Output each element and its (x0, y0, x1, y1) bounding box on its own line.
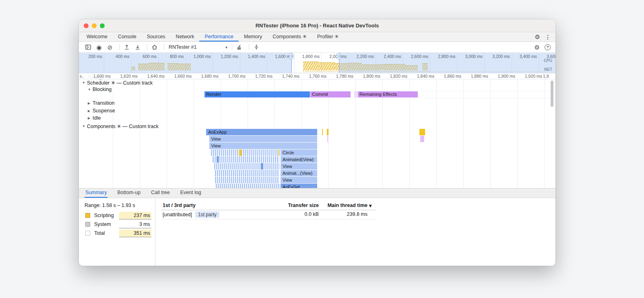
record-icon[interactable]: ◉ (95, 43, 103, 51)
details-tab-event-log[interactable]: Event log (180, 188, 202, 198)
track-label-text: Transition (93, 100, 114, 106)
track-label-suspense[interactable]: ▶Suspense (88, 108, 115, 114)
chevron-expanded-icon[interactable]: ▼ (82, 124, 87, 128)
target-selector-dropdown[interactable]: RNTester #1 ▾ (167, 44, 229, 50)
component-event-mark[interactable] (419, 129, 425, 135)
cpu-track-label: CPU (544, 58, 552, 63)
component-event-mark[interactable] (279, 149, 280, 156)
tab-memory[interactable]: Memory (239, 32, 267, 41)
component-event-mark[interactable] (217, 156, 219, 163)
component-event-mark[interactable] (327, 136, 328, 142)
component-event-animated-view[interactable]: Animated(View) (281, 156, 317, 163)
lane-divider (200, 98, 555, 98)
toolbar-separator (164, 44, 164, 50)
component-event-striped[interactable] (211, 149, 279, 156)
component-event-view[interactable]: View (209, 136, 317, 142)
vertical-scrollbar-thumb[interactable] (551, 81, 553, 107)
component-event-animat-view[interactable]: Animat...(View) (281, 170, 317, 176)
table-header-main-thread-time[interactable]: Main thread time (322, 203, 367, 208)
component-event-mark[interactable] (420, 136, 424, 142)
ruler-tick-label: 1,640 ms (136, 74, 165, 79)
ruler-partial-label: 1,9 (543, 74, 549, 79)
toolbar-separator (147, 44, 147, 50)
tab-welcome[interactable]: Welcome (81, 32, 113, 41)
scheduler-event-remaining-effects[interactable]: Remaining Effects (358, 91, 418, 97)
tab-network[interactable]: Network (171, 32, 200, 41)
scheduler-event-sliver[interactable] (354, 91, 357, 97)
component-event-striped[interactable] (216, 184, 279, 188)
settings-gear-icon[interactable]: ⚙ (535, 34, 540, 40)
ruler-tick-label: 1,900 ms (486, 74, 515, 79)
chevron-collapsed-icon[interactable]: ▶ (88, 109, 93, 113)
selection-handle-grip[interactable] (289, 53, 293, 59)
collect-garbage-icon[interactable] (252, 43, 261, 51)
component-event-mark[interactable] (322, 129, 323, 135)
component-event-view[interactable]: View (281, 163, 317, 170)
component-event-view[interactable]: View (281, 177, 317, 183)
tab-components[interactable]: Components ✳ (267, 32, 312, 41)
tab-profiler[interactable]: Profiler ✳ (312, 32, 344, 41)
component-event-mark[interactable] (239, 149, 242, 156)
track-label-idle[interactable]: ▶Idle (88, 115, 101, 121)
component-event-anexapp[interactable]: AnExApp (206, 129, 317, 135)
broom-clear-icon[interactable] (235, 43, 244, 51)
component-event-mark[interactable] (261, 163, 263, 170)
overview-tick-label: 3,400 ms (506, 54, 537, 59)
component-event-circle[interactable]: Circle (281, 149, 317, 156)
chevron-expanded-icon[interactable]: ▼ (88, 88, 93, 91)
timeline-gridline (140, 79, 140, 188)
party-name: [unattributed] (163, 212, 192, 217)
component-event-striped[interactable] (213, 156, 279, 163)
first-party-badge: 1st party (195, 211, 219, 218)
window-titlebar[interactable]: RNTester (iPhone 16 Pro) - React Native … (79, 19, 555, 32)
table-header-party[interactable]: 1st / 3rd party (163, 203, 196, 208)
table-header-rule (161, 210, 376, 210)
details-tab-summary[interactable]: Summary (85, 188, 107, 198)
load-profile-icon[interactable] (122, 43, 131, 51)
table-header-transfer-size[interactable]: Transfer size (275, 203, 319, 208)
component-event-striped[interactable] (215, 177, 279, 183)
tab-sources[interactable]: Sources (142, 32, 171, 41)
tab-performance[interactable]: Performance (199, 32, 239, 41)
tab-console[interactable]: Console (113, 32, 142, 41)
details-tab-call-tree[interactable]: Call tree (150, 188, 171, 198)
legend-value: 351 ms (119, 230, 151, 237)
chevron-expanded-icon[interactable]: ▼ (82, 81, 87, 85)
track-label-components-custom-track[interactable]: ▼Components ✳ — Custom track (82, 123, 159, 129)
scheduler-event-commit[interactable]: Commit (310, 91, 351, 97)
component-event-striped[interactable] (214, 163, 279, 170)
component-event-view[interactable]: View (209, 143, 317, 149)
clear-recording-icon[interactable]: ⊘ (105, 43, 114, 51)
selection-handle-grip[interactable] (337, 53, 341, 59)
overview-tick-label: 2,000 ms (316, 54, 347, 59)
scheduler-event-render[interactable]: Render (204, 91, 310, 97)
toggle-sidebar-icon[interactable] (84, 43, 93, 51)
summary-range-label: Range: 1.58 s – 1.93 s (85, 203, 135, 208)
track-label-blocking[interactable]: ▼Blocking (88, 86, 111, 93)
legend-value: 3 ms (119, 221, 151, 228)
overview-tick-label: 600 ms (125, 54, 157, 59)
selection-handle-left[interactable] (291, 53, 292, 73)
home-icon[interactable] (150, 43, 159, 51)
chevron-collapsed-icon[interactable]: ▶ (88, 116, 93, 120)
component-event-striped[interactable] (215, 170, 279, 176)
timeline-flame-chart[interactable]: s 1,9 1,600 ms1,620 ms1,640 ms1,660 ms1,… (79, 73, 555, 188)
toolbar-right-actions: ⚙ ? (535, 44, 551, 50)
details-tab-bar: SummaryBottom-upCall treeEvent log (79, 188, 555, 198)
timeline-overview[interactable]: CPU NET 200 ms400 ms600 ms800 ms1,000 ms… (79, 53, 555, 73)
component-event-mark[interactable] (327, 129, 328, 135)
capture-settings-gear-icon[interactable]: ⚙ (535, 44, 540, 50)
save-profile-icon[interactable] (133, 43, 142, 51)
legend-value: 237 ms (119, 212, 151, 219)
more-options-kebab-icon[interactable]: ⋮ (545, 34, 551, 40)
track-label-transition[interactable]: ▶Transition (88, 100, 114, 106)
window-title: RNTester (iPhone 16 Pro) - React Native … (79, 19, 555, 32)
selection-handle-right[interactable] (339, 53, 339, 73)
help-icon[interactable]: ? (545, 44, 551, 50)
details-tab-bottom-up[interactable]: Bottom-up (116, 188, 141, 198)
toolbar-separator (119, 44, 120, 50)
table-row-name[interactable]: [unattributed]1st party (163, 211, 219, 218)
component-event-anexset[interactable]: AnExSet (281, 184, 317, 188)
track-label-scheduler-custom-track[interactable]: ▼Scheduler ✳ — Custom track (82, 79, 153, 86)
chevron-collapsed-icon[interactable]: ▶ (88, 101, 93, 105)
